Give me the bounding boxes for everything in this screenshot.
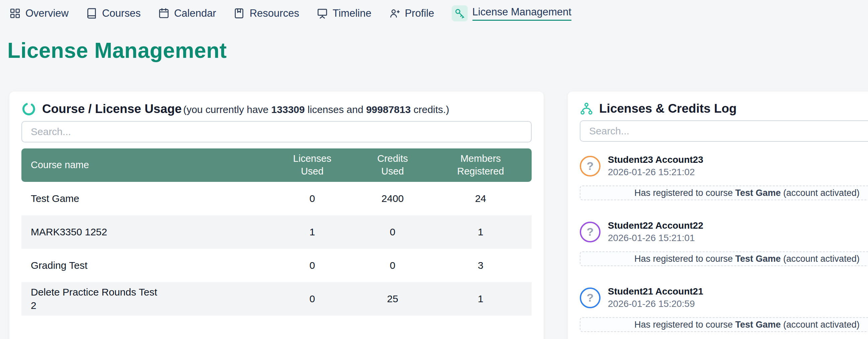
- column-header-members-registered: Members Registered: [430, 152, 532, 178]
- log-entry-head: ? Student23 Account23 2026-01-26 15:21:0…: [580, 154, 868, 178]
- table-row: Test Game 0 2400 24: [22, 182, 532, 215]
- log-entry-meta: Student22 Account22 2026-01-26 15:21:01: [608, 220, 703, 243]
- nav-label-courses: Courses: [102, 7, 141, 20]
- members-registered-cell: 1: [430, 293, 532, 305]
- column-header-licenses-used: Licenses Used: [269, 152, 355, 178]
- nav-label-profile: Profile: [405, 7, 434, 20]
- log-panel-title: Licenses & Credits Log: [599, 102, 737, 116]
- student-name: Student23 Account23: [608, 154, 703, 165]
- bookmark-book-icon: [234, 8, 245, 19]
- nav-label-resources: Resources: [249, 7, 299, 20]
- usage-panel-subtitle: (you currently have 133309 licenses and …: [183, 104, 450, 115]
- usage-panel-title: Course / License Usage: [42, 102, 182, 116]
- credits-used-cell: 2400: [356, 193, 430, 204]
- nav-label-overview: Overview: [25, 7, 68, 20]
- log-panel-header: Licenses & Credits Log: [580, 102, 868, 116]
- column-header-course-name: Course name: [22, 158, 269, 172]
- log-entry-meta: Student23 Account23 2026-01-26 15:21:02: [608, 154, 703, 178]
- credits-used-cell: 0: [356, 226, 430, 238]
- members-registered-cell: 1: [430, 226, 532, 238]
- page-title: License Management: [7, 39, 868, 62]
- nav-label-calendar: Calendar: [174, 7, 216, 20]
- log-entry-meta: Student21 Account21 2026-01-26 15:20:59: [608, 286, 703, 309]
- column-header-credits-used: Credits Used: [356, 152, 430, 178]
- log-entry: ? Student22 Account22 2026-01-26 15:21:0…: [580, 220, 868, 266]
- log-entry-head: ? Student21 Account21 2026-01-26 15:20:5…: [580, 286, 868, 309]
- log-message: Has registered to course Test Game (acco…: [580, 251, 868, 266]
- course-name-cell: Grading Test: [22, 259, 269, 273]
- course-name-cell: MARK3350 1252: [22, 225, 269, 239]
- nav-label-timeline: Timeline: [333, 7, 371, 20]
- members-registered-cell: 24: [430, 193, 532, 204]
- calendar-icon: [158, 8, 169, 19]
- avatar: ?: [580, 156, 600, 177]
- licenses-credits-log-panel: Licenses & Credits Log ? Student23 Accou…: [568, 92, 868, 339]
- book-icon: [86, 8, 97, 19]
- hierarchy-icon: [580, 102, 593, 115]
- course-name-cell: Test Game: [22, 192, 269, 206]
- course-name: Test Game: [735, 254, 781, 264]
- credits-used-cell: 0: [356, 260, 430, 271]
- licenses-used-cell: 0: [269, 260, 355, 271]
- course-name: Test Game: [735, 188, 781, 198]
- table-row: MARK3350 1252 1 0 1: [22, 215, 532, 249]
- log-search-input[interactable]: [580, 120, 868, 142]
- nav-item-resources[interactable]: Resources: [234, 7, 299, 20]
- student-name: Student21 Account21: [608, 286, 703, 297]
- key-icon: [452, 5, 468, 21]
- course-name: Test Game: [735, 319, 781, 330]
- usage-search-input[interactable]: [22, 121, 532, 143]
- timestamp: 2026-01-26 15:20:59: [608, 299, 703, 309]
- table-row: Grading Test 0 0 3: [22, 249, 532, 282]
- credits-total: 99987813: [366, 104, 411, 115]
- nav-label-license-management: License Management: [472, 6, 571, 21]
- content-area: Course / License Usage (you currently ha…: [9, 92, 868, 339]
- members-registered-cell: 3: [430, 260, 532, 271]
- timestamp: 2026-01-26 15:21:01: [608, 233, 703, 243]
- top-nav: Overview Courses Calendar Resources Time…: [0, 0, 868, 21]
- nav-item-calendar[interactable]: Calendar: [158, 7, 216, 20]
- licenses-used-cell: 0: [269, 293, 355, 305]
- usage-panel-title-line: Course / License Usage (you currently ha…: [42, 102, 449, 116]
- table-row: Delete Practice Rounds Test 2 0 25 1: [22, 282, 532, 316]
- usage-table-header: Course name Licenses Used Credits Used M…: [22, 148, 532, 182]
- avatar: ?: [580, 222, 600, 242]
- licenses-total: 133309: [271, 104, 305, 115]
- usage-panel-header: Course / License Usage (you currently ha…: [22, 102, 532, 116]
- log-message: Has registered to course Test Game (acco…: [580, 186, 868, 200]
- nav-item-profile[interactable]: Profile: [389, 7, 434, 20]
- nav-item-overview[interactable]: Overview: [9, 7, 68, 20]
- log-message: Has registered to course Test Game (acco…: [580, 317, 868, 332]
- student-name: Student22 Account22: [608, 220, 703, 231]
- person-add-icon: [389, 8, 400, 19]
- course-license-usage-panel: Course / License Usage (you currently ha…: [9, 92, 544, 339]
- ring-icon: [22, 102, 36, 116]
- licenses-used-cell: 1: [269, 226, 355, 238]
- log-entry: ? Student21 Account21 2026-01-26 15:20:5…: [580, 286, 868, 332]
- avatar: ?: [580, 287, 600, 308]
- timestamp: 2026-01-26 15:21:02: [608, 167, 703, 178]
- grid-icon: [9, 8, 21, 19]
- nav-item-timeline[interactable]: Timeline: [317, 7, 371, 20]
- credits-used-cell: 25: [356, 293, 430, 305]
- log-entry-head: ? Student22 Account22 2026-01-26 15:21:0…: [580, 220, 868, 243]
- licenses-used-cell: 0: [269, 193, 355, 204]
- course-name-cell: Delete Practice Rounds Test 2: [22, 285, 269, 313]
- presentation-icon: [317, 8, 328, 19]
- nav-item-courses[interactable]: Courses: [86, 7, 141, 20]
- nav-item-license-management[interactable]: License Management: [452, 5, 571, 21]
- log-entry: ? Student23 Account23 2026-01-26 15:21:0…: [580, 154, 868, 200]
